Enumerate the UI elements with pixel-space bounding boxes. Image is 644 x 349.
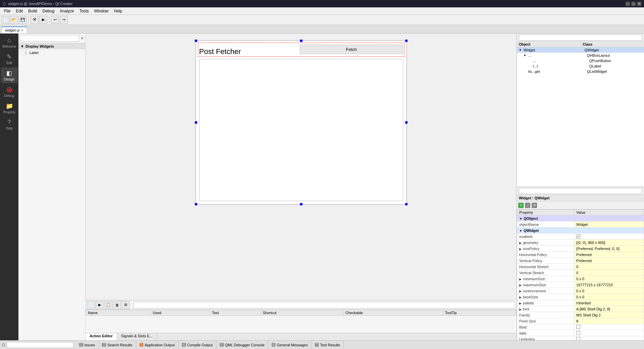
action-new-btn[interactable]: 📄	[87, 301, 95, 309]
prop-expand-1-7[interactable]: ▶	[519, 278, 522, 281]
handle-bl[interactable]	[195, 203, 197, 205]
props-row-1-17[interactable]: Underline	[517, 336, 644, 341]
redo-button[interactable]: ↪	[60, 16, 68, 24]
sidebar-item-welcome[interactable]: ⌂Welcome	[1, 35, 18, 50]
props-checkbox-1-16[interactable]	[576, 331, 580, 335]
props-add-button[interactable]: +	[518, 203, 524, 208]
props-row-1-2[interactable]: ▶sizePolicy[Preferred, Preferred, 0, 0]	[517, 246, 644, 252]
props-minus-button[interactable]: –	[525, 203, 530, 208]
tree-expand-1[interactable]: ▼	[523, 54, 527, 57]
sidebar-item-debug[interactable]: 🐞Debug	[1, 84, 18, 100]
handle-br[interactable]	[405, 203, 408, 205]
menu-file[interactable]: File	[1, 8, 13, 14]
tree-row-4[interactable]: lis...get QListWidget	[517, 69, 644, 74]
save-button[interactable]: 💾	[19, 16, 27, 24]
new-button[interactable]: 📄	[1, 16, 9, 24]
prop-expand-1-2[interactable]: ▶	[519, 247, 522, 251]
handle-bm[interactable]	[300, 203, 302, 205]
prop-expand-1-12[interactable]: ▶	[519, 308, 522, 311]
maximize-button[interactable]: □	[631, 2, 636, 6]
props-checkbox-1-17[interactable]	[576, 337, 580, 341]
props-close-button[interactable]: ✕	[532, 203, 537, 208]
status-tab-qml_debugger_console[interactable]: 5QML Debugger Console	[216, 341, 268, 349]
props-row-1-5[interactable]: Horizontal Stretch0	[517, 264, 644, 270]
status-tab-compile_output[interactable]: 4Compile Output	[178, 341, 216, 349]
fetch-button-preview[interactable]: Fetch	[300, 45, 403, 54]
props-section-1[interactable]: ▼QWidget	[517, 228, 644, 234]
prop-expand-1-9[interactable]: ▶	[519, 290, 522, 293]
props-section-0[interactable]: ▼QObject	[517, 215, 644, 221]
action-del-btn[interactable]: 🗑	[113, 301, 121, 309]
sidebar-item-projects[interactable]: 📁Projects	[1, 100, 18, 116]
props-row-1-9[interactable]: ▶sizeIncrement0 x 0	[517, 288, 644, 294]
status-tab-application_output[interactable]: 3Application Output	[136, 341, 178, 349]
open-button[interactable]: 📂	[10, 16, 18, 24]
tree-row-0[interactable]: ▼ Widget QWidget	[517, 47, 644, 53]
props-row-1-3[interactable]: Horizontal PolicyPreferred	[517, 252, 644, 258]
tree-row-1[interactable]: ▼ ... QHBoxLayout	[517, 53, 644, 58]
handle-ml[interactable]	[195, 121, 197, 124]
object-filter-input[interactable]: Filter	[519, 35, 642, 41]
status-tab-issues[interactable]: 1Issues	[76, 341, 99, 349]
menu-edit[interactable]: Edit	[13, 8, 25, 14]
action-gear-btn[interactable]: ⚙	[122, 301, 130, 309]
action-save-btn[interactable]: 📋	[104, 301, 112, 309]
status-tab-search_results[interactable]: 2Search Results	[99, 341, 136, 349]
widget-search-clear[interactable]: ✕	[80, 36, 84, 41]
file-tab-widget-ui[interactable]: widget.ui ✕	[1, 27, 27, 33]
sidebar-item-design[interactable]: ◧Design	[1, 67, 18, 83]
props-checkbox-1-15[interactable]	[576, 325, 580, 329]
prop-expand-1-1[interactable]: ▶	[519, 241, 522, 245]
status-tab-test_results[interactable]: 7Test Results	[312, 341, 344, 349]
sidebar-item-edit[interactable]: ✎Edit	[1, 51, 18, 67]
props-row-1-13[interactable]: FamilyMS Shell Dlg 2	[517, 312, 644, 318]
title-bar-controls[interactable]: ─ □ ✕	[626, 2, 641, 6]
undo-button[interactable]: ↩	[51, 16, 59, 24]
action-tab-action_editor[interactable]: Action Editor	[86, 333, 117, 340]
props-row-1-15[interactable]: Bold	[517, 324, 644, 330]
props-row-1-16[interactable]: Italic	[517, 330, 644, 336]
menu-build[interactable]: Build	[25, 8, 40, 14]
display-widgets-group[interactable]: ▼ Display Widgets	[18, 43, 85, 49]
props-row-1-1[interactable]: ▶geometry[(0, 0), 800 x 600]	[517, 240, 644, 246]
handle-mr[interactable]	[405, 121, 408, 124]
menu-window[interactable]: Window	[92, 8, 111, 14]
props-row-1-0[interactable]: enabled	[517, 234, 644, 240]
prop-expand-1-11[interactable]: ▶	[519, 302, 522, 305]
props-row-1-8[interactable]: ▶maximumSize16777215 x 16777215	[517, 282, 644, 288]
props-checkbox-1-0[interactable]	[576, 235, 580, 239]
props-row-0-0[interactable]: objectNameWidget	[517, 221, 644, 228]
handle-tr[interactable]	[405, 40, 408, 42]
widget-search-input[interactable]: labe	[20, 35, 79, 42]
props-row-1-11[interactable]: ▶paletteInherited	[517, 300, 644, 306]
handle-tl[interactable]	[195, 40, 197, 42]
props-row-1-7[interactable]: ▶minimumSize0 x 0	[517, 276, 644, 282]
label-widget-item[interactable]: L Label	[18, 49, 85, 56]
props-row-1-12[interactable]: ▶fontA [MS Shell Dlg 2, 8]	[517, 306, 644, 312]
props-row-1-10[interactable]: ▶baseSize0 x 0	[517, 294, 644, 300]
run-button[interactable]: ▶	[39, 16, 47, 24]
props-filter-input[interactable]: Filter	[519, 188, 642, 194]
file-tab-close[interactable]: ✕	[21, 29, 23, 32]
build-button[interactable]: ⚒	[31, 16, 39, 24]
menu-analyze[interactable]: Analyze	[57, 8, 77, 14]
tree-expand-0[interactable]: ▼	[518, 48, 522, 52]
props-row-1-6[interactable]: Vertical Stretch0	[517, 270, 644, 276]
action-tab-signals_&_slots_e...[interactable]: Signals & Slots E...	[117, 333, 157, 340]
props-row-1-4[interactable]: Vertical PolicyPreferred	[517, 258, 644, 264]
sidebar-item-help[interactable]: ?Help	[1, 117, 18, 132]
action-open-btn[interactable]: ▶	[96, 301, 104, 309]
prop-expand-1-8[interactable]: ▶	[519, 284, 522, 287]
close-button[interactable]: ✕	[637, 2, 641, 6]
handle-tm[interactable]	[300, 40, 302, 42]
status-tab-general_messages[interactable]: 6General Messages	[268, 341, 312, 349]
menu-help[interactable]: Help	[111, 8, 125, 14]
tree-row-3[interactable]: l...I QLabel	[517, 63, 644, 69]
minimize-button[interactable]: ─	[626, 2, 630, 6]
props-row-1-14[interactable]: Point Size8	[517, 318, 644, 324]
prop-expand-1-10[interactable]: ▶	[519, 296, 522, 299]
action-filter-input[interactable]: Filter	[133, 302, 515, 308]
status-search-input[interactable]: Type to locate (Ctrl+K)	[7, 342, 74, 348]
menu-debug[interactable]: Debug	[40, 8, 57, 14]
tree-row-2[interactable]: ... QPushButton	[517, 58, 644, 63]
